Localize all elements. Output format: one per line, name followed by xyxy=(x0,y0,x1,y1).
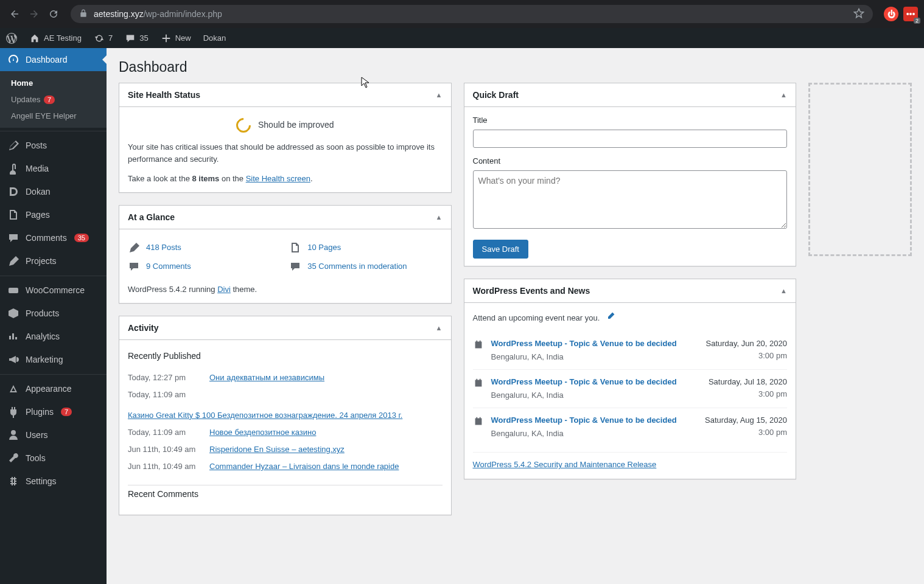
collapse-icon[interactable]: ▲ xyxy=(436,91,443,99)
wp-logo[interactable] xyxy=(0,28,23,48)
extension-power-icon[interactable]: ⏻ xyxy=(884,7,898,21)
reload-button[interactable] xyxy=(45,5,62,23)
sidebar-item-label: Settings xyxy=(26,476,57,486)
activity-date: Today, 12:27 pm xyxy=(128,372,201,384)
sidebar-item-label: Plugins xyxy=(26,407,54,417)
widget-title: At a Glance xyxy=(128,212,175,222)
event-title-link[interactable]: WordPress Meetup - Topic & Venue to be d… xyxy=(491,338,689,350)
collapse-icon[interactable]: ▲ xyxy=(436,214,443,221)
glance-posts-link[interactable]: 418 Posts xyxy=(146,242,181,254)
sidebar-item-plugins[interactable]: Plugins 7 xyxy=(0,400,107,423)
activity-title-link[interactable]: Они адекватным и независимы xyxy=(209,372,324,384)
activity-row: Jun 11th, 10:49 amRisperidone En Suisse … xyxy=(128,441,443,458)
event-datetime: Saturday, Aug 15, 20203:00 pm xyxy=(696,414,787,439)
forward-button[interactable] xyxy=(26,5,43,23)
collapse-icon[interactable]: ▲ xyxy=(436,324,443,332)
extension-lastpass-icon[interactable]: •••2 xyxy=(903,7,918,21)
sidebar-item-comments[interactable]: Comments 35 xyxy=(0,226,107,249)
edit-location-icon[interactable] xyxy=(606,311,615,325)
widget-header[interactable]: Quick Draft ▲ xyxy=(464,83,796,107)
sidebar-item-label: Products xyxy=(26,308,59,318)
comments-link[interactable]: 35 xyxy=(119,28,154,48)
widget-header[interactable]: At a Glance ▲ xyxy=(119,206,451,229)
dokan-link[interactable]: Dokan xyxy=(197,28,233,48)
dashboard-submenu: Home Updates 7 Angell EYE Helper xyxy=(0,71,107,128)
sidebar-item-label: Pages xyxy=(26,210,50,220)
news-link[interactable]: WordPress 5.4.2 Security and Maintenance… xyxy=(473,460,657,469)
sidebar-item-settings[interactable]: Settings xyxy=(0,470,107,493)
sidebar-item-media[interactable]: Media xyxy=(0,157,107,180)
collapse-icon[interactable]: ▲ xyxy=(780,287,787,294)
url-text: aetesting.xyz/wp-admin/index.php xyxy=(94,9,222,19)
sidebar-item-analytics[interactable]: Analytics xyxy=(0,325,107,348)
plugins-badge: 7 xyxy=(61,408,72,416)
sidebar-item-label: Users xyxy=(26,430,48,440)
health-description: Your site has critical issues that shoul… xyxy=(128,141,443,165)
sidebar-item-tools[interactable]: Tools xyxy=(0,447,107,470)
dashboard-col-placeholder[interactable] xyxy=(808,83,912,256)
title-label: Title xyxy=(473,114,788,127)
new-content-link[interactable]: New xyxy=(155,28,197,48)
bookmark-star-icon[interactable] xyxy=(853,8,864,21)
url-bar[interactable]: aetesting.xyz/wp-admin/index.php xyxy=(71,5,873,23)
widget-at-a-glance: At a Glance ▲ 418 Posts 10 Pages 9 Comme… xyxy=(119,205,452,303)
sidebar-item-posts[interactable]: Posts xyxy=(0,134,107,157)
updates-badge: 7 xyxy=(44,96,55,104)
events-attend-text: Attend an upcoming event near you. xyxy=(473,312,600,324)
site-name-link[interactable]: AE Testing xyxy=(23,28,88,48)
sidebar-sub-home[interactable]: Home xyxy=(0,75,107,91)
sidebar-item-label: Media xyxy=(26,164,49,173)
calendar-icon xyxy=(473,414,484,431)
event-location: Bengaluru, KA, India xyxy=(491,388,689,401)
dashboard-col-1: Site Health Status ▲ Should be improved … xyxy=(119,83,452,515)
save-draft-button[interactable]: Save Draft xyxy=(473,240,528,259)
sidebar-item-dokan[interactable]: Dokan xyxy=(0,180,107,203)
draft-content-textarea[interactable] xyxy=(473,170,788,229)
activity-row: Today, 12:27 pmОни адекватным и независи… xyxy=(128,369,443,386)
sidebar-sub-updates[interactable]: Updates 7 xyxy=(0,91,107,108)
activity-date: Today, 11:09 am xyxy=(128,389,201,401)
activity-title-link[interactable]: Commander Hyzaar – Livraison dans le mon… xyxy=(209,461,399,473)
back-button[interactable] xyxy=(6,5,23,23)
activity-title-link[interactable]: Новое бездепозитное казино xyxy=(209,426,316,439)
dashboard-col-2: Quick Draft ▲ Title Content Save Draft xyxy=(464,83,797,479)
activity-row: Today, 11:09 amНовое бездепозитное казин… xyxy=(128,424,443,441)
glance-pages-link[interactable]: 10 Pages xyxy=(307,242,341,254)
sidebar-item-pages[interactable]: Pages xyxy=(0,203,107,226)
sidebar-item-appearance[interactable]: Appearance xyxy=(0,377,107,400)
event-row: WordPress Meetup - Topic & Venue to be d… xyxy=(473,332,788,369)
health-items-line: Take a look at the 8 items on the Site H… xyxy=(128,173,443,185)
activity-title-link[interactable]: Казино Great Kitty $ 100 Бездепозитное в… xyxy=(128,409,402,422)
site-health-link[interactable]: Site Health screen xyxy=(246,174,310,183)
glance-moderation-link[interactable]: 35 Comments in moderation xyxy=(307,260,407,273)
wp-version-line: WordPress 5.4.2 running Divi theme. xyxy=(128,280,443,296)
admin-sidebar: Dashboard Home Updates 7 Angell EYE Help… xyxy=(0,48,107,584)
event-title-link[interactable]: WordPress Meetup - Topic & Venue to be d… xyxy=(491,376,689,388)
theme-link[interactable]: Divi xyxy=(217,285,231,294)
sidebar-item-projects[interactable]: Projects xyxy=(0,249,107,273)
widget-header[interactable]: Activity ▲ xyxy=(119,316,451,340)
health-status-text: Should be improved xyxy=(258,119,334,132)
main-content: Dashboard Site Health Status ▲ Should be… xyxy=(107,48,924,584)
updates-link[interactable]: 7 xyxy=(88,28,119,48)
widget-header[interactable]: WordPress Events and News ▲ xyxy=(464,279,796,303)
sidebar-item-products[interactable]: Products xyxy=(0,302,107,325)
sidebar-item-dashboard[interactable]: Dashboard xyxy=(0,48,107,71)
sidebar-item-users[interactable]: Users xyxy=(0,423,107,447)
sidebar-item-marketing[interactable]: Marketing xyxy=(0,348,107,371)
widget-title: WordPress Events and News xyxy=(473,286,590,296)
widget-header[interactable]: Site Health Status ▲ xyxy=(119,83,451,107)
sidebar-item-label: Marketing xyxy=(26,355,63,364)
glance-comments-link[interactable]: 9 Comments xyxy=(146,260,191,273)
glance-posts: 418 Posts xyxy=(128,242,281,254)
glance-comments: 9 Comments xyxy=(128,260,281,273)
sidebar-item-woocommerce[interactable]: WooCommerce xyxy=(0,279,107,302)
sidebar-sub-helper[interactable]: Angell EYE Helper xyxy=(0,108,107,124)
updates-count: 7 xyxy=(108,33,113,43)
collapse-icon[interactable]: ▲ xyxy=(780,91,787,99)
event-title-link[interactable]: WordPress Meetup - Topic & Venue to be d… xyxy=(491,414,689,426)
draft-title-input[interactable] xyxy=(473,130,788,148)
sidebar-item-label: Comments xyxy=(26,233,67,243)
activity-title-link[interactable]: Risperidone En Suisse – aetesting.xyz xyxy=(209,443,345,456)
activity-row: Today, 11:09 amКазино Great Kitty $ 100 … xyxy=(128,386,443,424)
